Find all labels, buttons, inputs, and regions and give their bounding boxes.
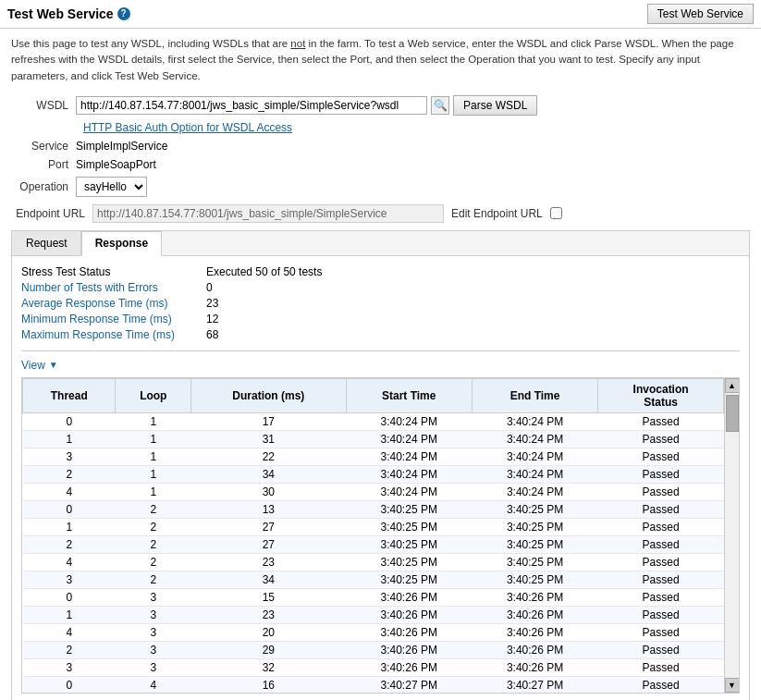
table-row: 01173:40:24 PM3:40:24 PMPassed	[23, 412, 724, 430]
cell-thread: 3	[23, 448, 116, 465]
errors-label: Number of Tests with Errors	[21, 281, 206, 294]
table-row: 04163:40:27 PM3:40:27 PMPassed	[23, 676, 724, 693]
cell-end: 3:40:24 PM	[472, 465, 597, 483]
cell-start: 3:40:26 PM	[346, 623, 472, 641]
service-row: Service SimpleImplService	[11, 140, 750, 153]
table-row: 11313:40:24 PM3:40:24 PMPassed	[23, 430, 724, 448]
parse-wsdl-button[interactable]: Parse WSDL	[453, 95, 537, 116]
cell-end: 3:40:26 PM	[472, 641, 597, 658]
cell-status: Passed	[598, 535, 724, 553]
scroll-thumb[interactable]	[726, 395, 739, 432]
cell-status: Passed	[598, 483, 724, 500]
cell-duration: 30	[191, 483, 346, 500]
cell-end: 3:40:24 PM	[472, 483, 597, 500]
service-value: SimpleImplService	[76, 140, 167, 153]
cell-start: 3:40:24 PM	[346, 448, 472, 465]
cell-end: 3:40:26 PM	[472, 588, 597, 606]
cell-loop: 1	[116, 465, 191, 483]
operation-label: Operation	[11, 180, 76, 193]
cell-loop: 3	[116, 641, 191, 658]
search-icon[interactable]: 🔍	[431, 96, 449, 115]
table-row: 32343:40:25 PM3:40:25 PMPassed	[23, 571, 724, 588]
cell-start: 3:40:24 PM	[346, 483, 472, 500]
view-dropdown[interactable]: View ▼	[21, 359, 740, 372]
cell-status: Passed	[598, 658, 724, 676]
cell-duration: 17	[191, 412, 346, 430]
cell-duration: 15	[191, 588, 346, 606]
service-label: Service	[11, 140, 76, 153]
cell-thread: 4	[23, 483, 116, 500]
data-table-container: Thread Loop Duration (ms) Start Time End…	[21, 377, 740, 694]
cell-duration: 32	[191, 658, 346, 676]
cell-duration: 34	[191, 465, 346, 483]
cell-thread: 1	[23, 606, 116, 623]
cell-end: 3:40:25 PM	[472, 553, 597, 571]
http-auth-link[interactable]: HTTP Basic Auth Option for WSDL Access	[83, 121, 292, 134]
cell-start: 3:40:25 PM	[346, 518, 472, 535]
wsdl-input[interactable]	[76, 96, 427, 115]
table-row: 22273:40:25 PM3:40:25 PMPassed	[23, 535, 724, 553]
stress-status-value: Executed 50 of 50 tests	[206, 265, 322, 278]
cell-thread: 0	[23, 588, 116, 606]
cell-loop: 2	[116, 500, 191, 518]
stress-stats: Stress Test Status Executed 50 of 50 tes…	[21, 265, 740, 341]
tab-response[interactable]: Response	[81, 231, 162, 256]
cell-status: Passed	[598, 641, 724, 658]
cell-thread: 1	[23, 430, 116, 448]
chevron-down-icon: ▼	[49, 360, 58, 370]
cell-start: 3:40:25 PM	[346, 571, 472, 588]
cell-start: 3:40:26 PM	[346, 658, 472, 676]
cell-end: 3:40:25 PM	[472, 571, 597, 588]
desc-not: not	[290, 38, 305, 49]
cell-duration: 23	[191, 553, 346, 571]
cell-status: Passed	[598, 448, 724, 465]
desc-part1: Use this page to test any WSDL, includin…	[11, 38, 290, 49]
cell-status: Passed	[598, 606, 724, 623]
test-web-service-button[interactable]: Test Web Service	[647, 4, 754, 24]
stress-status-row: Stress Test Status Executed 50 of 50 tes…	[21, 265, 740, 278]
cell-loop: 2	[116, 535, 191, 553]
cell-duration: 13	[191, 500, 346, 518]
table-body: 01173:40:24 PM3:40:24 PMPassed11313:40:2…	[23, 412, 724, 693]
col-duration: Duration (ms)	[191, 378, 346, 412]
tab-content-response: Stress Test Status Executed 50 of 50 tes…	[12, 256, 749, 700]
cell-loop: 3	[116, 606, 191, 623]
cell-end: 3:40:27 PM	[472, 676, 597, 693]
cell-status: Passed	[598, 518, 724, 535]
tabs-header: Request Response	[12, 231, 749, 256]
max-label: Maximum Response Time (ms)	[21, 328, 206, 341]
table-row: 02133:40:25 PM3:40:25 PMPassed	[23, 500, 724, 518]
help-icon[interactable]: ?	[117, 7, 130, 20]
col-status: InvocationStatus	[598, 378, 724, 412]
table-row: 33323:40:26 PM3:40:26 PMPassed	[23, 658, 724, 676]
scroll-up-arrow[interactable]: ▲	[725, 378, 740, 393]
cell-thread: 2	[23, 641, 116, 658]
cell-thread: 3	[23, 658, 116, 676]
operation-select[interactable]: sayHello	[76, 177, 147, 197]
cell-loop: 2	[116, 518, 191, 535]
edit-endpoint-checkbox[interactable]	[550, 207, 562, 219]
cell-loop: 1	[116, 412, 191, 430]
cell-loop: 2	[116, 571, 191, 588]
col-start: Start Time	[346, 378, 472, 412]
cell-end: 3:40:24 PM	[472, 430, 597, 448]
scroll-down-arrow[interactable]: ▼	[725, 678, 740, 693]
table-row: 23293:40:26 PM3:40:26 PMPassed	[23, 641, 724, 658]
stress-status-label: Stress Test Status	[21, 265, 206, 278]
cell-end: 3:40:26 PM	[472, 606, 597, 623]
results-table: Thread Loop Duration (ms) Start Time End…	[22, 378, 724, 693]
divider	[21, 350, 740, 351]
endpoint-input	[92, 204, 444, 223]
cell-loop: 4	[116, 676, 191, 693]
cell-loop: 2	[116, 553, 191, 571]
cell-duration: 31	[191, 430, 346, 448]
cell-duration: 20	[191, 623, 346, 641]
cell-loop: 3	[116, 588, 191, 606]
tab-request[interactable]: Request	[12, 231, 81, 255]
table-row: 41303:40:24 PM3:40:24 PMPassed	[23, 483, 724, 500]
table-row: 03153:40:26 PM3:40:26 PMPassed	[23, 588, 724, 606]
cell-status: Passed	[598, 588, 724, 606]
endpoint-row: Endpoint URL Edit Endpoint URL	[11, 204, 750, 223]
port-label: Port	[11, 158, 76, 171]
cell-loop: 3	[116, 623, 191, 641]
